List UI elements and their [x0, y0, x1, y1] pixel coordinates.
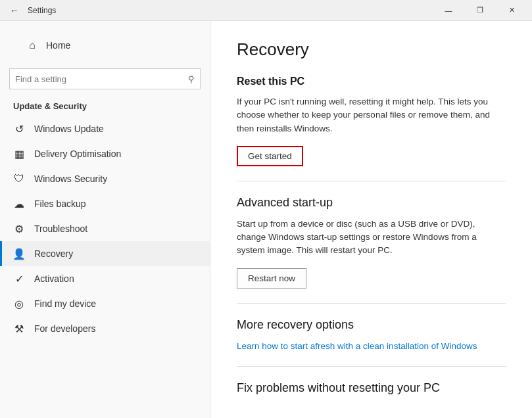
- more-recovery-heading: More recovery options: [237, 318, 506, 332]
- sidebar-item-activation[interactable]: ✓ Activation: [0, 266, 210, 291]
- home-icon: ⌂: [26, 39, 38, 51]
- window-controls: — ❐ ✕: [433, 0, 527, 21]
- sidebar-item-label: Files backup: [34, 198, 86, 209]
- back-button[interactable]: ←: [5, 1, 24, 20]
- sidebar-item-label: Recovery: [34, 248, 73, 259]
- sidebar-item-recovery[interactable]: 👤 Recovery: [0, 241, 210, 266]
- sidebar-item-label: Delivery Optimisation: [34, 149, 121, 159]
- windows-security-icon: 🛡: [13, 173, 25, 185]
- sidebar-item-label: Find my device: [34, 298, 96, 309]
- sidebar-header: ⌂ Home: [0, 21, 210, 63]
- troubleshoot-icon: ⚙: [13, 223, 25, 235]
- learn-clean-install-link[interactable]: Learn how to start afresh with a clean i…: [237, 341, 477, 351]
- windows-update-icon: ↺: [13, 123, 25, 135]
- page-title: Recovery: [237, 39, 506, 60]
- sidebar-item-windows-security[interactable]: 🛡 Windows Security: [0, 166, 210, 191]
- restart-now-button[interactable]: Restart now: [237, 268, 306, 289]
- reset-pc-heading: Reset this PC: [237, 76, 506, 87]
- minimize-button[interactable]: —: [433, 0, 464, 21]
- search-input[interactable]: [15, 74, 184, 84]
- maximize-button[interactable]: ❐: [465, 0, 495, 21]
- sidebar-section-label: Update & Security: [0, 97, 210, 116]
- titlebar-title: Settings: [28, 6, 433, 15]
- sidebar-item-files-backup[interactable]: ☁ Files backup: [0, 191, 210, 216]
- sidebar-home-label: Home: [46, 40, 70, 51]
- sidebar-item-label: Troubleshoot: [34, 223, 87, 234]
- sidebar-item-delivery-optimisation[interactable]: ▦ Delivery Optimisation: [0, 141, 210, 166]
- advanced-startup-description: Start up from a device or disc (such as …: [237, 218, 506, 258]
- sidebar-item-label: Windows Security: [34, 174, 107, 184]
- sidebar: ⌂ Home ⚲ Update & Security ↺ Windows Upd…: [0, 21, 210, 418]
- close-button[interactable]: ✕: [496, 0, 527, 21]
- divider-2: [237, 303, 506, 304]
- recovery-icon: 👤: [13, 248, 25, 260]
- divider-3: [237, 366, 506, 367]
- sidebar-item-troubleshoot[interactable]: ⚙ Troubleshoot: [0, 216, 210, 241]
- advanced-startup-heading: Advanced start-up: [237, 196, 506, 210]
- reset-pc-description: If your PC isn't running well, resetting…: [237, 95, 506, 135]
- sidebar-item-label: Activation: [34, 273, 74, 284]
- sidebar-item-windows-update[interactable]: ↺ Windows Update: [0, 116, 210, 141]
- main-content: ⌂ Home ⚲ Update & Security ↺ Windows Upd…: [0, 21, 532, 418]
- activation-icon: ✓: [13, 273, 25, 285]
- search-icon: ⚲: [188, 74, 195, 84]
- sidebar-item-label: Windows Update: [34, 124, 104, 134]
- titlebar: ← Settings — ❐ ✕: [0, 0, 532, 21]
- divider-1: [237, 181, 506, 181]
- sidebar-item-for-developers[interactable]: ⚒ For developers: [0, 316, 210, 341]
- get-started-button[interactable]: Get started: [237, 146, 303, 166]
- sidebar-item-find-my-device[interactable]: ◎ Find my device: [0, 291, 210, 316]
- delivery-optimisation-icon: ▦: [13, 148, 25, 160]
- sidebar-item-label: For developers: [34, 323, 95, 334]
- sidebar-item-home[interactable]: ⌂ Home: [13, 34, 197, 57]
- search-box[interactable]: ⚲: [9, 68, 201, 89]
- fix-problems-heading: Fix problems without resetting your PC: [237, 381, 506, 395]
- for-developers-icon: ⚒: [13, 323, 25, 335]
- find-my-device-icon: ◎: [13, 298, 25, 310]
- files-backup-icon: ☁: [13, 198, 25, 210]
- right-panel: Recovery Reset this PC If your PC isn't …: [210, 21, 532, 418]
